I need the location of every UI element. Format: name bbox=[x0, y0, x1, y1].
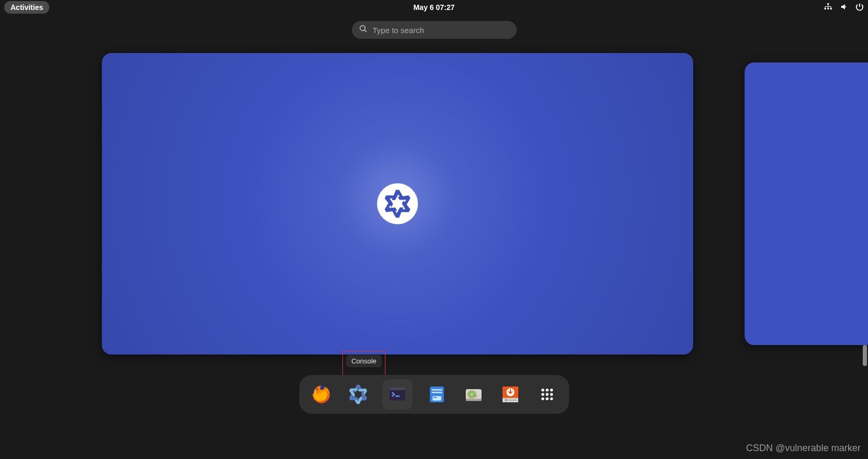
svg-rect-17 bbox=[432, 396, 441, 400]
installer-icon bbox=[500, 384, 521, 405]
dash-installer[interactable] bbox=[498, 382, 523, 407]
overview-search[interactable] bbox=[352, 21, 517, 39]
activities-button[interactable]: Activities bbox=[4, 1, 49, 14]
svg-rect-15 bbox=[432, 389, 442, 391]
search-input[interactable] bbox=[373, 26, 509, 35]
svg-rect-8 bbox=[831, 6, 831, 8]
scroll-indicator bbox=[863, 345, 867, 366]
clock-label[interactable]: May 6 07:27 bbox=[413, 3, 455, 12]
dash-nixos-manual[interactable] bbox=[346, 382, 371, 407]
dash-dock bbox=[299, 375, 569, 414]
svg-point-9 bbox=[377, 183, 418, 224]
system-indicators[interactable] bbox=[824, 3, 864, 13]
svg-rect-4 bbox=[828, 5, 829, 6]
network-icon[interactable] bbox=[824, 3, 832, 13]
svg-point-31 bbox=[550, 389, 552, 391]
svg-rect-2 bbox=[828, 8, 829, 9]
svg-point-27 bbox=[505, 399, 507, 401]
watermark-text: CSDN @vulnerable marker bbox=[746, 443, 861, 454]
dash-disks[interactable] bbox=[461, 382, 486, 407]
svg-rect-7 bbox=[828, 6, 829, 8]
dash-files[interactable] bbox=[424, 382, 449, 407]
dash-show-apps[interactable] bbox=[535, 382, 560, 407]
svg-point-34 bbox=[550, 393, 552, 395]
svg-rect-3 bbox=[830, 8, 832, 9]
files-icon bbox=[426, 384, 447, 405]
svg-rect-16 bbox=[432, 392, 442, 393]
workspace-preview-1[interactable] bbox=[102, 53, 693, 354]
workspace-preview-2[interactable] bbox=[745, 62, 868, 345]
nixos-logo-icon bbox=[377, 183, 418, 224]
top-bar: Activities May 6 07:27 bbox=[0, 0, 868, 15]
svg-point-32 bbox=[541, 393, 544, 395]
dash-console[interactable] bbox=[382, 379, 413, 410]
dash-tooltip: Console bbox=[346, 355, 382, 367]
nix-snowflake-icon bbox=[348, 384, 369, 405]
svg-rect-6 bbox=[825, 6, 825, 8]
svg-point-33 bbox=[546, 393, 548, 395]
svg-point-29 bbox=[541, 389, 544, 391]
apps-grid-icon bbox=[537, 384, 558, 405]
disks-icon bbox=[463, 384, 484, 405]
svg-point-30 bbox=[546, 389, 548, 391]
svg-point-35 bbox=[541, 398, 544, 400]
svg-rect-28 bbox=[508, 400, 517, 401]
svg-rect-18 bbox=[433, 397, 437, 398]
svg-rect-12 bbox=[390, 388, 405, 390]
svg-rect-23 bbox=[466, 399, 482, 401]
power-icon[interactable] bbox=[855, 3, 864, 13]
terminal-icon bbox=[387, 384, 408, 405]
svg-point-37 bbox=[550, 398, 552, 400]
svg-point-36 bbox=[546, 398, 548, 400]
svg-point-22 bbox=[470, 393, 473, 395]
svg-rect-1 bbox=[824, 8, 826, 9]
dash-firefox[interactable] bbox=[309, 382, 334, 407]
firefox-icon bbox=[311, 384, 332, 405]
search-icon bbox=[359, 25, 368, 35]
volume-icon[interactable] bbox=[840, 3, 848, 13]
svg-rect-0 bbox=[828, 3, 829, 5]
